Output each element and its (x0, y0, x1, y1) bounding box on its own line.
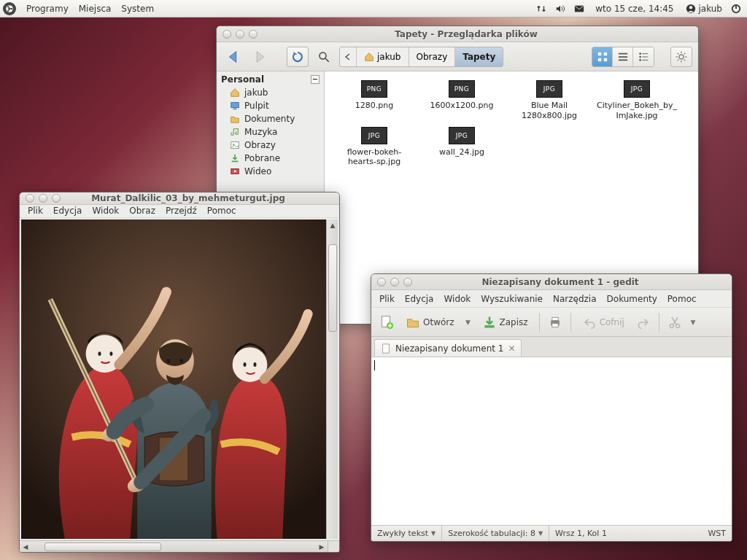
print-button[interactable] (544, 311, 566, 333)
iv-menu-help[interactable]: Pomoc (202, 206, 241, 216)
ge-menu-edit[interactable]: Edycja (400, 294, 439, 304)
svg-line-32 (678, 59, 679, 61)
file-thumb: JPG (449, 127, 475, 144)
maximize-button[interactable] (52, 194, 61, 203)
sidebar-item-wideo[interactable]: Wideo (217, 165, 324, 178)
file-item[interactable]: JPGflower-bokeh-hearts-sp.jpg (330, 124, 418, 171)
path-tapety[interactable]: Tapety (455, 47, 503, 66)
view-list-button[interactable] (613, 47, 633, 66)
svg-point-21 (639, 55, 641, 58)
close-button[interactable] (222, 30, 231, 39)
minimize-button[interactable] (39, 194, 47, 203)
forward-button[interactable] (249, 47, 271, 67)
ge-menu-view[interactable]: Widok (438, 294, 476, 304)
close-button[interactable] (377, 278, 386, 287)
file-name: Cityliner_Bokeh_by_ImJake.jpg (595, 101, 679, 121)
vertical-scrollbar[interactable]: ▲ (326, 219, 338, 539)
ge-tabs: Niezapisany dokument 1 ✕ (371, 337, 732, 357)
sidebar-item-pobrane[interactable]: Pobrane (217, 152, 324, 165)
maximize-button[interactable] (249, 30, 258, 39)
iv-menu-view[interactable]: Widok (87, 206, 124, 216)
path-home[interactable]: jakub (357, 47, 409, 66)
file-item[interactable]: PNG1600x1200.png (418, 77, 506, 124)
file-thumb: PNG (449, 80, 475, 98)
open-button[interactable]: Otwórz (399, 311, 461, 333)
search-icon[interactable] (313, 47, 335, 67)
fm-titlebar[interactable]: Tapety - Przeglądarka plików (217, 26, 698, 42)
ge-toolbar: Otwórz ▼ Zapisz Cofnij ▼ (371, 308, 732, 337)
path-back-icon[interactable] (340, 47, 357, 66)
undo-button[interactable]: Cofnij (576, 311, 631, 333)
open-dropdown-icon[interactable]: ▼ (462, 311, 474, 333)
maximize-button[interactable] (403, 278, 412, 287)
minimize-button[interactable] (390, 278, 399, 287)
user-name: jakub (699, 4, 723, 14)
iv-menu-edit[interactable]: Edycja (48, 206, 88, 216)
svg-rect-15 (603, 58, 606, 61)
svg-line-31 (684, 59, 686, 61)
svg-rect-63 (383, 343, 390, 352)
editor-area[interactable] (371, 357, 732, 525)
sidebar-item-jakub[interactable]: jakub (217, 86, 324, 99)
ge-tab-active[interactable]: Niezapisany dokument 1 ✕ (374, 339, 522, 357)
panel-menu-system[interactable]: System (117, 4, 158, 14)
sidebar-item-dokumenty[interactable]: Dokumenty (217, 112, 324, 125)
horizontal-scrollbar[interactable]: ◀ ▶ (20, 540, 339, 552)
volume-icon[interactable] (551, 4, 569, 14)
svg-rect-14 (597, 58, 600, 61)
clock[interactable]: wto 15 cze, 14:45 (589, 4, 679, 14)
sidebar-item-muzyka[interactable]: Muzyka (217, 125, 324, 139)
file-item[interactable]: JPGBlue Mail 1280x800.jpg (506, 77, 593, 124)
top-panel: Programy Miejsca System wto 15 cze, 14:4… (0, 0, 747, 18)
network-icon[interactable] (533, 4, 550, 14)
panel-menu-programs[interactable]: Programy (22, 4, 73, 14)
iv-titlebar[interactable]: Murat_Dalkilic_03_by_mehmeturgut.jpg (20, 192, 339, 205)
redo-button[interactable] (632, 311, 654, 333)
file-item[interactable]: JPGCityliner_Bokeh_by_ImJake.jpg (593, 77, 681, 124)
svg-point-43 (109, 351, 112, 356)
file-name: 1600x1200.png (429, 101, 495, 111)
cut-button[interactable] (664, 311, 686, 333)
ge-menu-help[interactable]: Pomoc (662, 294, 702, 304)
file-item[interactable]: PNG1280.png (330, 77, 418, 124)
panel-menu-places[interactable]: Miejsca (74, 4, 116, 14)
power-icon[interactable] (728, 4, 744, 14)
ge-menu-file[interactable]: Plik (374, 294, 400, 304)
view-icons-button[interactable] (592, 47, 613, 66)
sidebar-item-obrazy[interactable]: Obrazy (217, 139, 324, 152)
ubuntu-logo-icon[interactable] (3, 2, 16, 15)
mail-icon[interactable] (570, 4, 588, 14)
file-thumb: PNG (361, 80, 387, 98)
svg-point-7 (689, 6, 692, 9)
user-indicator[interactable]: jakub (681, 4, 727, 14)
minimize-button[interactable] (236, 30, 244, 39)
path-bar: jakub Obrazy Tapety (339, 47, 503, 67)
image-canvas[interactable] (21, 219, 326, 539)
ge-menu-documents[interactable]: Dokumenty (602, 294, 662, 304)
file-item[interactable]: JPGwall_24.jpg (418, 124, 506, 171)
gedit-window: Niezapisany dokument 1 - gedit Plik Edyc… (371, 273, 732, 542)
image-viewer-window: Murat_Dalkilic_03_by_mehmeturgut.jpg Pli… (19, 192, 340, 553)
view-compact-button[interactable] (633, 47, 654, 66)
path-obrazy[interactable]: Obrazy (409, 47, 456, 66)
reload-button[interactable] (287, 47, 309, 67)
back-button[interactable] (222, 47, 244, 67)
tab-close-icon[interactable]: ✕ (508, 343, 515, 354)
svg-rect-34 (231, 103, 239, 108)
new-file-button[interactable] (376, 311, 398, 333)
iv-menu-file[interactable]: Plik (23, 206, 48, 216)
ge-menu-tools[interactable]: Narzędzia (548, 294, 602, 304)
save-button[interactable]: Zapisz (476, 311, 535, 333)
status-syntax[interactable]: Zwykły tekst▼ (371, 526, 442, 541)
status-tabwidth[interactable]: Szerokość tabulacji: 8▼ (442, 526, 549, 541)
sidebar-item-pulpit[interactable]: Pulpit (217, 99, 324, 112)
settings-button[interactable] (670, 47, 692, 67)
iv-menu-image[interactable]: Obraz (124, 206, 160, 216)
ge-menu-search[interactable]: Wyszukiwanie (476, 294, 548, 304)
section-collapse-icon[interactable]: − (311, 75, 320, 84)
close-button[interactable] (26, 194, 34, 203)
svg-point-25 (679, 55, 684, 59)
ge-titlebar[interactable]: Niezapisany dokument 1 - gedit (371, 274, 732, 290)
toolbar-overflow-icon[interactable]: ▼ (687, 311, 699, 333)
iv-menu-go[interactable]: Przejdź (160, 206, 202, 216)
